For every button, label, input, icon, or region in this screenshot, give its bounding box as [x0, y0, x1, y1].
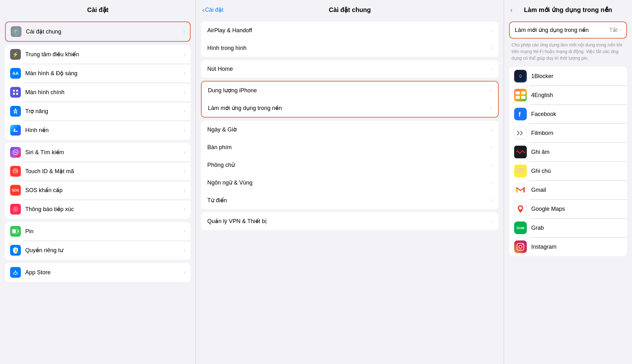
notes-app-icon [514, 165, 527, 177]
right-column: ‹ Làm mới ứng dụng trong nền Làm mới ứng… [504, 0, 632, 364]
svg-point-5 [14, 129, 15, 130]
battery-icon [10, 226, 21, 237]
right-title: Làm mới ứng dụng trong nền [512, 6, 624, 14]
selected-settings-item: ⚙️ Cài đặt chung › [5, 21, 191, 42]
4english-app-icon [514, 89, 527, 101]
middle-row-dung-luong[interactable]: Dung lượng iPhone › [202, 82, 498, 99]
middle-title: Cài đặt chung [329, 6, 371, 14]
sidebar-item-siri[interactable]: Siri & Tìm kiếm › [5, 143, 191, 162]
middle-row-ngon-ngu[interactable]: Ngôn ngữ & Vùng › [201, 174, 499, 191]
svg-rect-27 [517, 172, 522, 173]
middle-section-5: Quản lý VPN & Thiết bị › [201, 212, 499, 230]
sidebar-item-label: Hình nền [25, 127, 181, 134]
sidebar-item-tro-nang[interactable]: Trợ năng › [5, 102, 191, 121]
background-refresh-label: Làm mới ứng dụng trong nền [208, 105, 490, 112]
control-center-icon: ⚡ [10, 49, 21, 60]
app-row-facebook[interactable]: f Facebook [509, 105, 627, 124]
gmail-app-icon [514, 184, 527, 196]
middle-section-3: Dung lượng iPhone › Làm mới ứng dụng tro… [201, 81, 499, 118]
app-row-instagram[interactable]: Instagram [509, 237, 627, 256]
middle-row-airplay[interactable]: AirPlay & Handoff › [201, 21, 499, 39]
sidebar-item-quyen-rieng-tu[interactable]: ✋ Quyền riêng tư › [5, 241, 191, 260]
middle-back-button[interactable]: ‹ Cài đặt [202, 6, 223, 14]
filmborn-app-icon [514, 127, 527, 139]
sidebar-item-app-store[interactable]: App Store › [5, 263, 191, 282]
svg-rect-0 [13, 90, 15, 92]
gear-icon: ⚙️ [11, 26, 21, 37]
app-name-grab: Grab [531, 225, 544, 231]
app-store-icon [10, 267, 21, 278]
svg-point-34 [519, 245, 522, 248]
facebook-app-icon: f [514, 108, 527, 120]
middle-row-quan-ly-vpn[interactable]: Quản lý VPN & Thiết bị › [201, 212, 499, 230]
app-row-ghi-am[interactable]: Ghi âm [509, 143, 627, 161]
svg-rect-20 [521, 96, 526, 99]
middle-row-lam-moi[interactable]: Làm mới ứng dụng trong nền › [202, 99, 498, 117]
svg-point-35 [522, 244, 523, 245]
app-name-1blocker: 1Blocker [531, 73, 553, 80]
sidebar-item-cai-dat-chung[interactable]: ⚙️ Cài đặt chung › [6, 22, 190, 41]
chevron-right-icon: › [184, 228, 185, 234]
middle-row-tu-dien[interactable]: Từ điển › [201, 191, 499, 209]
sidebar-item-man-hinh-chinh[interactable]: Màn hình chính › [5, 83, 191, 102]
sidebar-item-pin[interactable]: Pin › [5, 222, 191, 241]
airplay-label: AirPlay & Handoff [207, 27, 491, 34]
storage-label: Dung lượng iPhone [208, 87, 490, 94]
middle-row-phong-chu[interactable]: Phông chữ › [201, 156, 499, 174]
app-row-filmborn[interactable]: Filmborn [509, 124, 627, 143]
grab-app-icon: Grab [514, 221, 527, 234]
sos-icon: SOS [10, 185, 21, 196]
app-row-4english[interactable]: 4English [509, 86, 627, 105]
svg-rect-16 [514, 89, 527, 101]
chevron-right-icon: › [491, 45, 492, 51]
chevron-right-icon: › [620, 27, 621, 33]
chevron-right-icon: › [183, 29, 185, 34]
sidebar-item-sos[interactable]: SOS SOS khẩn cấp › [5, 181, 191, 200]
sidebar-item-label: App Store [25, 269, 181, 276]
sidebar-item-touch-id[interactable]: Touch ID & Mật mã › [5, 162, 191, 181]
pip-label: Hình trong hình [207, 45, 491, 52]
chevron-right-icon: › [184, 108, 185, 114]
sidebar-item-thong-bao[interactable]: Thông báo tiếp xúc › [5, 200, 191, 219]
chevron-right-icon: › [184, 52, 185, 57]
middle-section-2: Nút Home › [201, 60, 499, 78]
display-icon: AA [10, 68, 21, 79]
sidebar-item-trung-tam-dieu-khien[interactable]: ⚡ Trung tâm điều khiển › [5, 45, 191, 64]
svg-rect-12 [13, 230, 16, 233]
datetime-label: Ngày & Giờ [207, 126, 491, 133]
accessibility-icon [10, 106, 21, 117]
sidebar-item-label: Quyền riêng tư [25, 247, 181, 254]
sidebar-item-man-hinh-do-sang[interactable]: AA Màn hình & Độ sáng › [5, 64, 191, 83]
right-back-button[interactable]: ‹ [510, 6, 513, 14]
sidebar-item-label: Màn hình & Độ sáng [25, 70, 181, 77]
app-row-grab[interactable]: Grab Grab [509, 218, 627, 237]
middle-row-nut-home[interactable]: Nút Home › [201, 60, 499, 78]
app-name-gmail: Gmail [531, 187, 546, 193]
app-row-gmail[interactable]: Gmail [509, 180, 627, 199]
settings-section-1: ⚡ Trung tâm điều khiển › AA Màn hình & Đ… [5, 45, 191, 140]
left-header: Cài đặt [0, 0, 196, 18]
middle-row-ban-phim[interactable]: Bàn phím › [201, 138, 499, 156]
chevron-right-icon: › [490, 88, 492, 93]
app-list: 1Blocker [509, 67, 627, 256]
svg-rect-19 [515, 96, 520, 99]
settings-section-3: Pin › ✋ Quyền riêng tư › [5, 222, 191, 260]
app-name-4english: 4English [531, 92, 553, 99]
svg-rect-18 [521, 91, 526, 94]
sidebar-item-label: Thông báo tiếp xúc [25, 206, 181, 213]
app-row-google-maps[interactable]: Google Maps [509, 199, 627, 218]
app-name-filmborn: Filmborn [531, 130, 553, 136]
left-settings-list: ⚙️ Cài đặt chung › ⚡ Trung tâm điều khiể… [0, 18, 196, 364]
background-refresh-toggle-row[interactable]: Làm mới ứng dụng trong nền Tắt › [510, 22, 626, 38]
middle-section-1: AirPlay & Handoff › Hình trong hình › [201, 21, 499, 57]
middle-settings-content: AirPlay & Handoff › Hình trong hình › Nú… [196, 18, 504, 364]
chevron-right-icon: › [184, 247, 185, 253]
chevron-right-icon: › [491, 162, 492, 168]
sidebar-item-label: Cài đặt chung [26, 28, 181, 35]
svg-rect-17 [515, 91, 520, 94]
sidebar-item-hinh-nen[interactable]: Hình nền › [5, 121, 191, 140]
app-row-1blocker[interactable]: 1Blocker [509, 67, 627, 86]
middle-row-ngay-gio[interactable]: Ngày & Giờ › [201, 121, 499, 138]
app-row-ghi-chu[interactable]: Ghi chú [509, 161, 627, 180]
middle-row-hinh-trong-hinh[interactable]: Hình trong hình › [201, 39, 499, 57]
